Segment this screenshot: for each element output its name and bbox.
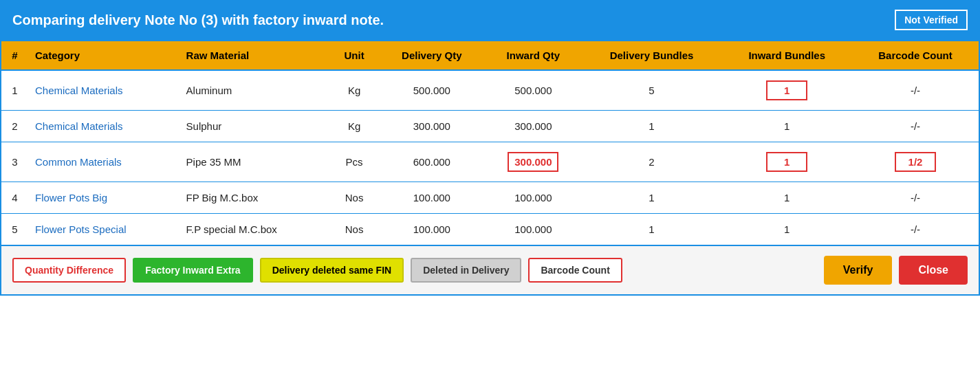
table-wrapper: # Category Raw Material Unit Delivery Qt… [0,40,980,246]
cell-delivery-bundles: 2 [582,142,722,182]
cell-delivery-qty: 300.000 [378,111,485,142]
table-row: 4 Flower Pots Big FP Big M.C.box Nos 100… [1,182,979,214]
cell-category: Flower Pots Big [28,182,179,214]
barcode-value: -/- [911,192,920,204]
col-inward-bundles: Inward Bundles [721,41,852,70]
col-delivery-bundles: Delivery Bundles [582,41,722,70]
cell-inward-bundles: 1 [721,111,852,142]
inward-qty-value: 300.000 [514,120,552,132]
cell-delivery-qty: 600.000 [378,142,485,182]
cell-inward-bundles: 1 [721,182,852,214]
cell-num: 2 [1,111,28,142]
table-row: 2 Chemical Materials Sulphur Kg 300.000 … [1,111,979,142]
table-row: 1 Chemical Materials Aluminum Kg 500.000… [1,70,979,111]
cell-num: 3 [1,142,28,182]
cell-unit: Pcs [330,142,379,182]
table-row: 5 Flower Pots Special F.P special M.C.bo… [1,214,979,246]
cell-num: 1 [1,70,28,111]
cell-category: Chemical Materials [28,111,179,142]
cell-unit: Kg [330,111,379,142]
col-delivery-qty: Delivery Qty [378,41,485,70]
cell-delivery-qty: 100.000 [378,182,485,214]
header-title: Comparing delivery Note No (3) with fact… [12,12,384,28]
inward-bundles-value: 1 [784,192,790,204]
cell-unit: Kg [330,70,379,111]
cell-category: Flower Pots Special [28,214,179,246]
cell-delivery-qty: 100.000 [378,214,485,246]
col-barcode-count: Barcode Count [852,41,979,70]
cell-category: Chemical Materials [28,70,179,111]
cell-inward-bundles: 1 [721,70,852,111]
col-inward-qty: Inward Qty [485,41,581,70]
verify-button[interactable]: Verify [824,256,893,285]
cell-inward-qty: 100.000 [485,182,581,214]
table-header-row: # Category Raw Material Unit Delivery Qt… [1,41,979,70]
cell-inward-qty: 100.000 [485,214,581,246]
cell-category: Common Materials [28,142,179,182]
cell-delivery-bundles: 5 [582,70,722,111]
cell-inward-qty: 500.000 [485,70,581,111]
cell-delivery-qty: 500.000 [378,70,485,111]
legend-barcode[interactable]: Barcode Count [528,258,622,283]
cell-barcode-count: -/- [852,182,979,214]
cell-inward-bundles: 1 [721,142,852,182]
inward-qty-highlighted: 300.000 [508,152,558,172]
col-num: # [1,41,28,70]
cell-barcode-count: -/- [852,70,979,111]
barcode-value: -/- [911,223,920,235]
comparison-table: # Category Raw Material Unit Delivery Qt… [0,40,980,246]
footer-bar: Quantity Difference Factory Inward Extra… [0,246,980,296]
table-row: 3 Common Materials Pipe 35 MM Pcs 600.00… [1,142,979,182]
cell-raw-material: Sulphur [179,111,330,142]
cell-delivery-bundles: 1 [582,182,722,214]
cell-raw-material: Pipe 35 MM [179,142,330,182]
cell-raw-material: Aluminum [179,70,330,111]
cell-raw-material: F.P special M.C.box [179,214,330,246]
cell-delivery-bundles: 1 [582,111,722,142]
legend-delivery-deleted[interactable]: Delivery deleted same FIN [260,258,404,283]
cell-inward-bundles: 1 [721,214,852,246]
cell-inward-qty: 300.000 [485,142,581,182]
close-button[interactable]: Close [899,256,968,285]
cell-raw-material: FP Big M.C.box [179,182,330,214]
legend-factory-extra[interactable]: Factory Inward Extra [133,258,253,283]
barcode-value: -/- [911,120,920,132]
not-verified-badge: Not Verified [895,10,968,30]
cell-barcode-count: -/- [852,111,979,142]
inward-bundles-value: 1 [784,120,790,132]
footer-right: Verify Close [824,256,968,285]
barcode-highlighted: 1/2 [895,152,936,172]
cell-num: 4 [1,182,28,214]
inward-qty-value: 500.000 [514,85,552,96]
cell-unit: Nos [330,182,379,214]
inward-bundles-value: 1 [784,223,790,235]
legend-deleted-delivery[interactable]: Deleted in Delivery [411,258,521,283]
col-category: Category [28,41,179,70]
inward-qty-value: 100.000 [514,223,552,235]
inward-bundles-highlighted: 1 [766,80,807,100]
barcode-value: -/- [911,85,920,96]
cell-barcode-count: 1/2 [852,142,979,182]
col-unit: Unit [330,41,379,70]
cell-num: 5 [1,214,28,246]
inward-qty-value: 100.000 [514,192,552,204]
inward-bundles-highlighted: 1 [766,152,807,172]
col-raw-material: Raw Material [179,41,330,70]
header-bar: Comparing delivery Note No (3) with fact… [0,0,980,40]
cell-inward-qty: 300.000 [485,111,581,142]
cell-barcode-count: -/- [852,214,979,246]
cell-unit: Nos [330,214,379,246]
legend-qty-diff[interactable]: Quantity Difference [12,258,126,283]
cell-delivery-bundles: 1 [582,214,722,246]
